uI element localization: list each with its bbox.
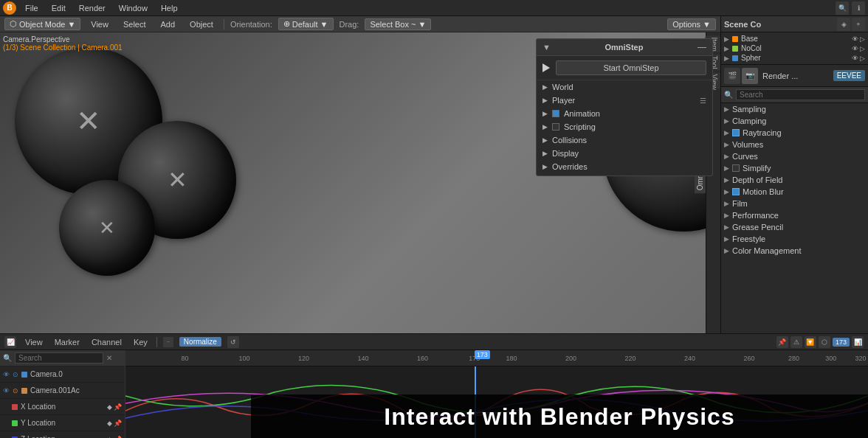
- menu-help[interactable]: Help: [156, 2, 182, 14]
- timeline-marker-menu[interactable]: Marker: [52, 337, 83, 347]
- app-wrapper: B File Edit Render Window Help 🔍 ℹ ⬡ Obj…: [0, 0, 868, 438]
- xloc-key-icon[interactable]: ◆: [107, 403, 112, 411]
- normalize-btn[interactable]: Normalize: [179, 337, 221, 347]
- nocol-eye-icon[interactable]: 👁: [852, 45, 858, 52]
- omnistep-item-scripting[interactable]: ▶ Scripting: [537, 120, 712, 133]
- zloc-label: Z Location: [21, 435, 55, 438]
- frame-icon[interactable]: ⬡: [819, 336, 830, 348]
- omnistep-item-collisions[interactable]: ▶ Collisions: [537, 133, 712, 147]
- section-volumes[interactable]: ▶ Volumes: [721, 139, 868, 150]
- editor-type-dropdown[interactable]: ⬡ Object Mode ▼: [4, 18, 80, 30]
- base-controls: 👁 ▷: [852, 35, 865, 43]
- omnistep-close-btn[interactable]: —: [698, 42, 706, 52]
- graph-icon[interactable]: 📊: [852, 336, 864, 348]
- menu-window[interactable]: Window: [114, 2, 152, 14]
- eevee-btn[interactable]: EEVEE: [833, 70, 865, 81]
- base-eye-icon[interactable]: 👁: [852, 35, 858, 43]
- render-props-icon[interactable]: 🎬: [724, 68, 740, 84]
- omnistep-item-animation[interactable]: ▶ Animation: [537, 107, 712, 120]
- section-raytracing[interactable]: ▶ Raytracing: [721, 127, 868, 139]
- track-camera0[interactable]: 👁 ⊙ Camera.0: [0, 366, 125, 383]
- orientation-dropdown[interactable]: ⊕ Default ▼: [278, 18, 334, 30]
- warning-icon[interactable]: ⚠: [790, 336, 802, 348]
- raytracing-checkbox[interactable]: [732, 129, 740, 136]
- timeline-view-menu[interactable]: View: [22, 337, 46, 347]
- overrides-label: Overrides: [552, 162, 588, 171]
- scene-item-spher[interactable]: ▶ Spher 👁 ▷: [724, 53, 865, 63]
- spher-arrow-icon[interactable]: ▷: [860, 55, 865, 62]
- info-icon[interactable]: ℹ: [852, 1, 865, 15]
- select-menu[interactable]: Select: [119, 18, 151, 30]
- section-sampling[interactable]: ▶ Sampling: [721, 103, 868, 115]
- timeline-type-icon[interactable]: 📈: [4, 336, 16, 348]
- sphere-3: [59, 180, 155, 276]
- section-simplify[interactable]: ▶ Simplify: [721, 162, 868, 174]
- section-clamping[interactable]: ▶ Clamping: [721, 115, 868, 127]
- menu-render[interactable]: Render: [75, 2, 110, 14]
- section-motion-blur[interactable]: ▶ Motion Blur: [721, 186, 868, 198]
- props-icon-1[interactable]: ◈: [837, 18, 850, 31]
- track-x-location[interactable]: X Location ◆ 📌: [0, 399, 125, 415]
- scene-item-base[interactable]: ▶ Base 👁 ▷: [724, 34, 865, 44]
- xloc-pin-icon[interactable]: 📌: [114, 403, 122, 411]
- section-curves[interactable]: ▶ Curves: [721, 150, 868, 162]
- scene-item-nocol[interactable]: ▶ NoCol 👁 ▷: [724, 44, 865, 53]
- search-clear-icon[interactable]: ✕: [106, 354, 112, 362]
- zloc-pin-icon[interactable]: 📌: [114, 436, 122, 439]
- section-film[interactable]: ▶ Film: [721, 198, 868, 209]
- simplify-checkbox[interactable]: [732, 164, 740, 172]
- track-z-location[interactable]: Z Location ◆ 📌: [0, 431, 125, 438]
- nocol-color-icon: [732, 46, 738, 52]
- output-props-icon[interactable]: 📷: [742, 68, 758, 84]
- section-dof[interactable]: ▶ Depth of Field: [721, 174, 868, 186]
- section-grease-pencil[interactable]: ▶ Grease Pencil: [721, 221, 868, 233]
- zloc-key-icon[interactable]: ◆: [107, 436, 112, 439]
- menu-file[interactable]: File: [21, 2, 43, 14]
- timeline-channel-menu[interactable]: Channel: [89, 337, 125, 347]
- track-search-input[interactable]: [15, 352, 103, 364]
- spher-eye-icon[interactable]: 👁: [852, 55, 858, 62]
- omnistep-item-world[interactable]: ▶ World: [537, 80, 712, 94]
- nocol-arrow-icon[interactable]: ▷: [860, 45, 865, 52]
- fcurve-icon[interactable]: ~: [163, 337, 173, 347]
- omnistep-item-display[interactable]: ▶ Display: [537, 147, 712, 160]
- omnistep-header: ▼ OmniStep —: [537, 39, 712, 56]
- section-freestyle[interactable]: ▶ Freestyle: [721, 233, 868, 245]
- tick-220: 220: [625, 355, 636, 362]
- viewport-breadcrumb: (1/3) Scene Collection | Camera.001: [3, 44, 123, 52]
- view-menu[interactable]: View: [86, 18, 113, 30]
- search-icon[interactable]: 🔍: [836, 1, 849, 15]
- base-arrow-icon[interactable]: ▷: [860, 35, 865, 43]
- animation-checkbox[interactable]: [552, 110, 559, 117]
- section-performance[interactable]: ▶ Performance: [721, 209, 868, 221]
- refresh-icon[interactable]: ↺: [227, 336, 239, 348]
- props-icon-2[interactable]: +: [852, 18, 865, 31]
- base-color-icon: [732, 36, 738, 42]
- omnistep-collapse-arrow[interactable]: ▼: [542, 43, 551, 52]
- overrides-expand-icon: ▶: [542, 163, 548, 170]
- props-search-input[interactable]: [736, 89, 865, 100]
- timeline-key-menu[interactable]: Key: [131, 337, 151, 347]
- snap-icon[interactable]: 📌: [776, 336, 788, 348]
- omnistep-start-btn[interactable]: Start OmniStep: [556, 60, 706, 75]
- filter-icon[interactable]: 🔽: [805, 336, 816, 348]
- omnistep-item-overrides[interactable]: ▶ Overrides: [537, 160, 712, 175]
- yloc-key-icon[interactable]: ◆: [107, 420, 112, 427]
- motionblur-checkbox[interactable]: [732, 188, 740, 195]
- menu-edit[interactable]: Edit: [47, 2, 70, 14]
- tick-240: 240: [684, 355, 695, 362]
- track-y-location[interactable]: Y Location ◆ 📌: [0, 415, 125, 431]
- frame-current-badge[interactable]: 173: [833, 338, 850, 347]
- track-camera001[interactable]: 👁 ⊙ Camera.001Ac: [0, 383, 125, 399]
- omnistep-item-player[interactable]: ▶ Player ☰: [537, 94, 712, 107]
- select-box-dropdown[interactable]: Select Box ~ ▼: [365, 18, 431, 30]
- scripting-checkbox[interactable]: [552, 123, 559, 131]
- sampling-label: Sampling: [732, 105, 766, 114]
- options-dropdown[interactable]: Options ▼: [667, 18, 716, 30]
- section-color-management[interactable]: ▶ Color Management: [721, 245, 868, 257]
- add-menu[interactable]: Add: [156, 18, 180, 30]
- omnistep-play-btn[interactable]: [542, 63, 550, 72]
- object-menu[interactable]: Object: [185, 18, 218, 30]
- perf-arrow: ▶: [724, 212, 729, 219]
- yloc-pin-icon[interactable]: 📌: [114, 420, 122, 427]
